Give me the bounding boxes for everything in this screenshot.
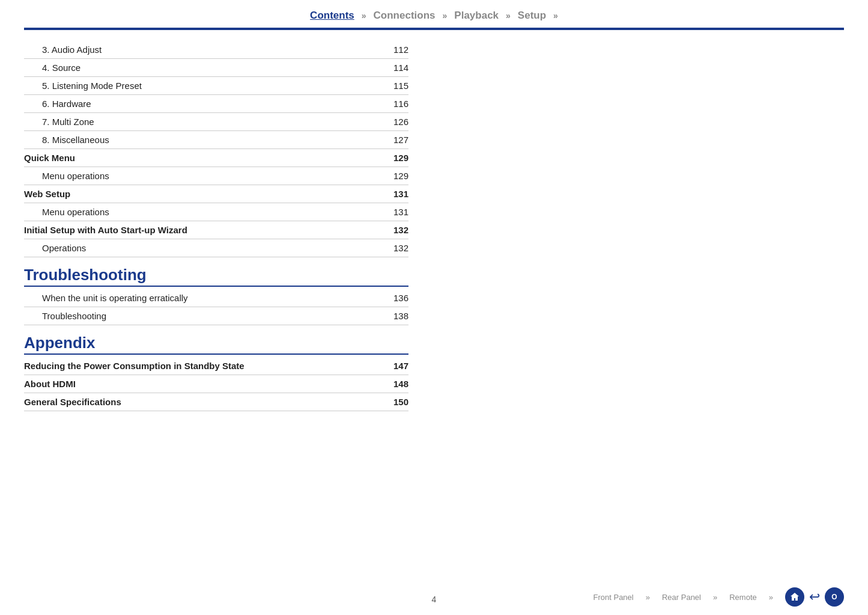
- footer-page-number: 4: [432, 595, 437, 604]
- appendix-rule: [24, 353, 408, 355]
- toc-hardware[interactable]: 6. Hardware 116: [24, 95, 408, 113]
- toc-content: 3. Audio Adjust 112 4. Source 114 5. Lis…: [0, 35, 432, 411]
- home-icon[interactable]: [785, 587, 804, 607]
- footer-front-panel[interactable]: Front Panel: [593, 593, 634, 602]
- troubleshooting-rule: [24, 286, 408, 287]
- toc-initial-setup[interactable]: Initial Setup with Auto Start-up Wizard …: [24, 221, 408, 239]
- toc-about-hdmi[interactable]: About HDMI 148: [24, 375, 408, 393]
- toc-power-consumption[interactable]: Reducing the Power Consumption in Standb…: [24, 357, 408, 375]
- nav-contents[interactable]: Contents: [310, 10, 354, 22]
- nav-chevron-4: »: [553, 11, 558, 20]
- nav-setup[interactable]: Setup: [518, 10, 546, 22]
- footer-navigation: Front Panel » Rear Panel » Remote » ↩ O: [593, 587, 844, 607]
- footer-icons: ↩ O: [785, 587, 844, 607]
- toc-web-setup[interactable]: Web Setup 131: [24, 185, 408, 203]
- toc-unit-erratically[interactable]: When the unit is operating erratically 1…: [24, 289, 408, 307]
- toc-initial-setup-operations[interactable]: Operations 132: [24, 239, 408, 257]
- section-heading-troubleshooting: Troubleshooting: [24, 266, 408, 284]
- section-heading-appendix: Appendix: [24, 334, 408, 352]
- nav-chevron-2: »: [443, 11, 448, 20]
- nav-connections[interactable]: Connections: [374, 10, 436, 22]
- toc-quick-menu[interactable]: Quick Menu 129: [24, 149, 408, 167]
- footer-chevron-3: »: [769, 593, 773, 602]
- nav-chevron-3: »: [506, 11, 511, 20]
- footer-rear-panel[interactable]: Rear Panel: [662, 593, 701, 602]
- toc-troubleshooting[interactable]: Troubleshooting 138: [24, 307, 408, 325]
- footer-remote[interactable]: Remote: [729, 593, 757, 602]
- nav-playback[interactable]: Playback: [454, 10, 499, 22]
- nav-chevron-1: »: [362, 11, 366, 20]
- footer-chevron-2: »: [713, 593, 717, 602]
- toc-miscellaneous[interactable]: 8. Miscellaneous 127: [24, 131, 408, 149]
- toc-web-setup-menu-operations[interactable]: Menu operations 131: [24, 203, 408, 221]
- toc-general-specs[interactable]: General Specifications 150: [24, 393, 408, 411]
- toc-quick-menu-operations[interactable]: Menu operations 129: [24, 167, 408, 185]
- onkyo-icon[interactable]: O: [825, 587, 844, 607]
- toc-listening-mode[interactable]: 5. Listening Mode Preset 115: [24, 77, 408, 95]
- top-navigation: Contents » Connections » Playback » Setu…: [0, 0, 868, 28]
- toc-audio-adjust[interactable]: 3. Audio Adjust 112: [24, 41, 408, 59]
- toc-multi-zone[interactable]: 7. Multi Zone 126: [24, 113, 408, 131]
- top-rule-thin: [24, 29, 844, 30]
- toc-source[interactable]: 4. Source 114: [24, 59, 408, 77]
- footer-chevron-1: »: [646, 593, 650, 602]
- back-icon[interactable]: ↩: [809, 589, 820, 605]
